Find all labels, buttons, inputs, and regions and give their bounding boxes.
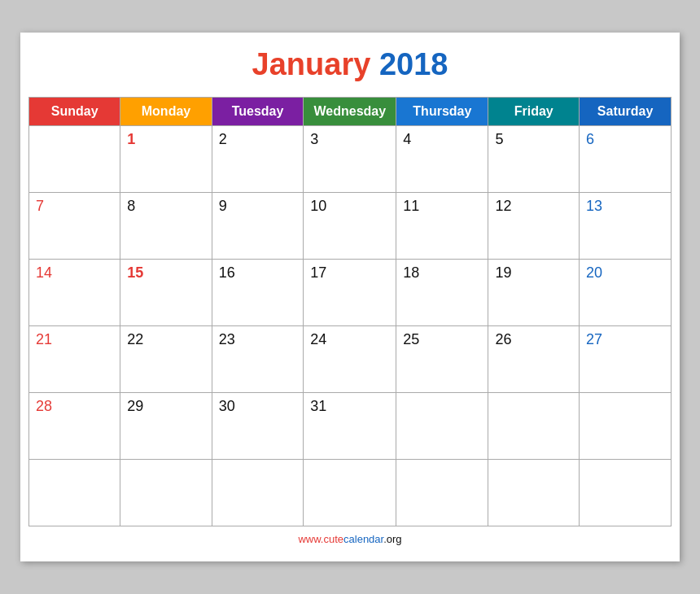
calendar-cell-1-6: 13 [580,193,672,260]
day-number: 1 [127,131,135,147]
day-number: 23 [219,331,235,347]
day-number: 5 [495,131,503,147]
day-number: 18 [403,264,419,281]
day-number: 19 [495,264,511,281]
day-number: 25 [403,331,419,347]
calendar-table: Sunday Monday Tuesday Wednesday Thursday… [28,97,672,526]
header-saturday: Saturday [580,98,672,126]
calendar-cell-0-6: 6 [580,126,672,193]
calendar-cell-4-4 [396,393,488,460]
calendar-row-3: 21222324252627 [29,326,672,393]
calendar-cell-3-5: 26 [488,326,580,393]
calendar-cell-0-0 [29,126,120,193]
calendar-row-1: 78910111213 [29,193,672,260]
day-number: 4 [403,131,411,147]
day-number: 20 [586,264,602,281]
footer-org: org [387,533,402,545]
calendar-cell-3-2: 23 [212,326,304,393]
footer: www.cutecalendar.org [28,533,672,545]
day-number: 2 [219,131,227,147]
day-number: 17 [310,264,326,281]
day-number: 13 [586,198,602,214]
calendar-cell-0-1: 1 [120,126,212,193]
calendar-cell-4-2: 30 [212,393,304,460]
day-number: 3 [310,131,318,147]
day-number: 11 [403,198,419,214]
calendar-row-5 [29,460,672,526]
calendar-cell-4-3: 31 [304,393,396,460]
calendar-cell-2-3: 17 [304,260,396,326]
day-number: 6 [586,131,594,147]
footer-cute: cute [323,533,343,545]
day-number: 27 [586,331,602,347]
calendar-cell-5-2 [212,460,304,526]
day-number: 7 [36,198,44,214]
day-number: 30 [219,398,235,414]
footer-www: www. [298,533,323,545]
day-number: 26 [495,331,511,347]
calendar-row-4: 28293031 [29,393,672,460]
calendar-cell-2-6: 20 [580,260,672,326]
calendar-cell-4-0: 28 [29,393,120,460]
calendar-cell-2-4: 18 [396,260,488,326]
calendar-cell-1-2: 9 [212,193,304,260]
day-number: 8 [127,198,135,214]
calendar-title: January 2018 [28,41,672,89]
header-monday: Monday [120,98,212,126]
header-row: Sunday Monday Tuesday Wednesday Thursday… [29,98,672,126]
calendar-cell-2-1: 15 [120,260,212,326]
year-label: 2018 [379,47,448,81]
day-number: 9 [219,198,227,214]
calendar-cell-1-0: 7 [29,193,120,260]
calendar-cell-1-1: 8 [120,193,212,260]
calendar-cell-5-4 [396,460,488,526]
calendar-cell-5-1 [120,460,212,526]
header-thursday: Thursday [396,98,488,126]
month-label: January [252,47,371,81]
day-number: 15 [127,264,143,281]
calendar-cell-2-5: 19 [488,260,580,326]
footer-calendar: calendar [343,533,383,545]
calendar-row-2: 14151617181920 [29,260,672,326]
day-number: 29 [127,398,143,414]
calendar-cell-3-0: 21 [29,326,120,393]
calendar-cell-1-3: 10 [304,193,396,260]
calendar-cell-0-5: 5 [488,126,580,193]
calendar-cell-4-6 [580,393,672,460]
day-number: 14 [36,264,52,281]
calendar-cell-5-6 [580,460,672,526]
calendar-cell-1-4: 11 [396,193,488,260]
calendar-cell-1-5: 12 [488,193,580,260]
header-tuesday: Tuesday [212,98,304,126]
calendar-cell-5-5 [488,460,580,526]
calendar-cell-5-0 [29,460,120,526]
header-sunday: Sunday [29,98,120,126]
calendar-cell-0-2: 2 [212,126,304,193]
calendar-container: January 2018 Sunday Monday Tuesday Wedne… [20,33,680,561]
calendar-cell-3-3: 24 [304,326,396,393]
day-number: 10 [310,198,326,214]
calendar-cell-0-3: 3 [304,126,396,193]
calendar-cell-0-4: 4 [396,126,488,193]
calendar-cell-4-5 [488,393,580,460]
calendar-cell-5-3 [304,460,396,526]
header-friday: Friday [488,98,580,126]
calendar-row-0: 123456 [29,126,672,193]
calendar-cell-2-2: 16 [212,260,304,326]
day-number: 21 [36,331,52,347]
calendar-cell-3-4: 25 [396,326,488,393]
calendar-cell-3-1: 22 [120,326,212,393]
header-wednesday: Wednesday [304,98,396,126]
day-number: 16 [219,264,235,281]
day-number: 31 [310,398,326,414]
day-number: 24 [310,331,326,347]
day-number: 28 [36,398,52,414]
calendar-cell-2-0: 14 [29,260,120,326]
day-number: 22 [127,331,143,347]
calendar-cell-3-6: 27 [580,326,672,393]
calendar-cell-4-1: 29 [120,393,212,460]
day-number: 12 [495,198,511,214]
